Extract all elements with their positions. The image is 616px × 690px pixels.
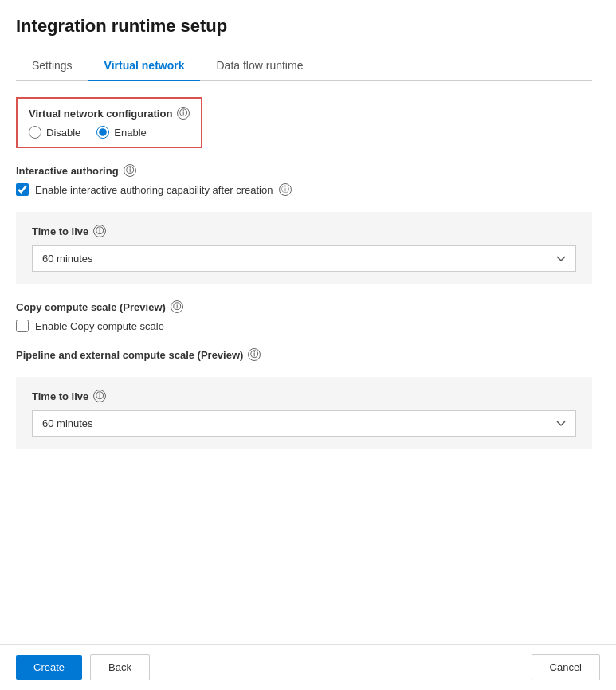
- time-to-live-2-info-icon[interactable]: ⓘ: [93, 390, 106, 402]
- pipeline-compute-section: Pipeline and external compute scale (Pre…: [16, 348, 592, 361]
- pipeline-compute-title: Pipeline and external compute scale (Pre…: [16, 348, 592, 361]
- vnet-config-title: Virtual network configuration ⓘ: [29, 107, 190, 120]
- cancel-button[interactable]: Cancel: [532, 654, 600, 680]
- time-to-live-2-text: Time to live: [32, 390, 88, 402]
- copy-compute-section: Copy compute scale (Preview) ⓘ Enable Co…: [16, 300, 592, 332]
- copy-compute-checkbox-text: Enable Copy compute scale: [35, 320, 164, 332]
- interactive-authoring-info-icon[interactable]: ⓘ: [124, 164, 136, 177]
- interactive-authoring-checkbox[interactable]: [16, 183, 29, 196]
- vnet-enable-option[interactable]: Enable: [96, 126, 146, 139]
- time-to-live-2-label: Time to live ⓘ: [32, 390, 576, 402]
- time-to-live-1-box: Time to live ⓘ 60 minutes 0 minutes 15 m…: [16, 212, 592, 284]
- interactive-authoring-checkbox-text: Enable interactive authoring capability …: [35, 184, 273, 196]
- pipeline-compute-info-icon[interactable]: ⓘ: [248, 348, 261, 361]
- time-to-live-2-box: Time to live ⓘ 60 minutes 0 minutes 15 m…: [16, 377, 592, 449]
- interactive-authoring-checkbox-label[interactable]: Enable interactive authoring capability …: [16, 183, 592, 196]
- time-to-live-1-info-icon[interactable]: ⓘ: [93, 225, 106, 237]
- vnet-disable-option[interactable]: Disable: [29, 126, 80, 139]
- time-to-live-2-select[interactable]: 60 minutes 0 minutes 15 minutes 30 minut…: [32, 410, 576, 437]
- vnet-radio-group: Disable Enable: [29, 126, 190, 139]
- create-button[interactable]: Create: [16, 655, 82, 680]
- vnet-config-label: Virtual network configuration: [29, 108, 172, 120]
- back-button[interactable]: Back: [90, 654, 150, 680]
- time-to-live-1-text: Time to live: [32, 225, 88, 237]
- time-to-live-1-label: Time to live ⓘ: [32, 225, 576, 237]
- vnet-disable-label: Disable: [46, 127, 80, 139]
- vnet-enable-label: Enable: [114, 127, 146, 139]
- pipeline-compute-label: Pipeline and external compute scale (Pre…: [16, 349, 243, 361]
- copy-compute-title: Copy compute scale (Preview) ⓘ: [16, 300, 592, 313]
- interactive-authoring-checkbox-info-icon[interactable]: ⓘ: [279, 183, 292, 196]
- page-title: Integration runtime setup: [16, 16, 592, 37]
- time-to-live-1-select[interactable]: 60 minutes 0 minutes 15 minutes 30 minut…: [32, 245, 576, 272]
- copy-compute-label: Copy compute scale (Preview): [16, 301, 166, 313]
- vnet-config-info-icon[interactable]: ⓘ: [177, 107, 190, 120]
- interactive-authoring-section: Interactive authoring ⓘ Enable interacti…: [16, 164, 592, 196]
- page-container: Integration runtime setup Settings Virtu…: [0, 0, 616, 529]
- footer: Create Back Cancel: [0, 644, 616, 690]
- tabs: Settings Virtual network Data flow runti…: [16, 51, 592, 81]
- vnet-config-box: Virtual network configuration ⓘ Disable …: [16, 97, 202, 148]
- copy-compute-checkbox-label[interactable]: Enable Copy compute scale: [16, 320, 592, 332]
- tab-data-flow-runtime[interactable]: Data flow runtime: [200, 51, 319, 81]
- vnet-disable-radio[interactable]: [29, 126, 41, 139]
- copy-compute-info-icon[interactable]: ⓘ: [171, 300, 183, 313]
- vnet-enable-radio[interactable]: [96, 126, 109, 139]
- tab-virtual-network[interactable]: Virtual network: [88, 51, 201, 81]
- interactive-authoring-label: Interactive authoring: [16, 165, 119, 177]
- interactive-authoring-title: Interactive authoring ⓘ: [16, 164, 592, 177]
- copy-compute-checkbox[interactable]: [16, 320, 29, 332]
- tab-settings[interactable]: Settings: [16, 51, 88, 81]
